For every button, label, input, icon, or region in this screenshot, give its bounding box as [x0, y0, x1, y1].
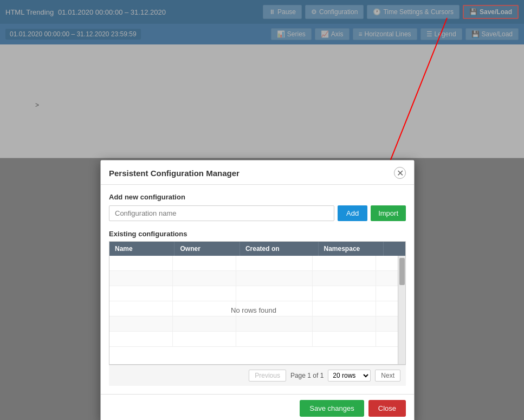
- table-main: No rows found: [109, 256, 398, 364]
- modal-close-button[interactable]: ✕: [394, 167, 406, 179]
- modal-title: Persistent Configuration Manager: [109, 169, 240, 178]
- table-cell: [109, 286, 173, 301]
- table-row: [109, 332, 398, 347]
- table-cell: [236, 271, 313, 286]
- table-cell: [173, 332, 236, 346]
- table-cell: [173, 256, 236, 270]
- existing-config-title: Existing configurations: [109, 230, 406, 238]
- table-wrapper: No rows found: [109, 256, 405, 364]
- table-cell: [376, 256, 398, 270]
- pagination-row: Previous Page 1 of 1 20 rows 50 rows 100…: [109, 365, 406, 386]
- config-table-body: No rows found: [109, 256, 398, 364]
- add-config-title: Add new configuration: [109, 193, 406, 201]
- table-cell: [109, 271, 173, 286]
- table-cell: [376, 271, 398, 286]
- table-cell: [376, 301, 398, 316]
- table-cell: [173, 286, 236, 301]
- table-cell: [313, 301, 376, 316]
- table-cell: [313, 256, 376, 270]
- save-changes-button[interactable]: Save changes: [300, 400, 364, 417]
- col-namespace-header: Namespace: [319, 242, 384, 256]
- table-cell: [376, 286, 398, 301]
- col-actions-header: [384, 242, 405, 256]
- config-name-input[interactable]: [109, 205, 334, 221]
- table-cell: [236, 332, 313, 346]
- close-button[interactable]: Close: [368, 400, 406, 417]
- previous-page-button[interactable]: Previous: [249, 370, 286, 382]
- table-cell: [236, 286, 313, 301]
- scrollbar-thumb[interactable]: [399, 258, 405, 285]
- table-cell: [313, 286, 376, 301]
- table-cell: [109, 256, 173, 270]
- table-cell: [313, 332, 376, 346]
- table-cell: [109, 301, 173, 316]
- col-name-header: Name: [109, 242, 174, 256]
- modal-header: Persistent Configuration Manager ✕: [101, 160, 414, 185]
- config-table-container: Name Owner Created on Namespace: [109, 241, 406, 365]
- table-cell: [173, 316, 236, 331]
- table-row: [109, 271, 398, 286]
- table-cell: [236, 316, 313, 331]
- import-config-button[interactable]: Import: [371, 205, 406, 221]
- col-created-header: Created on: [240, 242, 319, 256]
- table-cell: [236, 256, 313, 270]
- rows-per-page-select[interactable]: 20 rows 50 rows 100 rows: [328, 370, 371, 382]
- col-owner-header: Owner: [174, 242, 240, 256]
- scrollbar-track[interactable]: [398, 256, 405, 364]
- next-page-button[interactable]: Next: [375, 370, 400, 382]
- persistent-config-manager-dialog: Persistent Configuration Manager ✕ Add n…: [100, 160, 415, 420]
- table-header: Name Owner Created on Namespace: [109, 242, 405, 256]
- add-config-button[interactable]: Add: [338, 205, 367, 221]
- existing-configurations-section: Existing configurations Name Owner Creat…: [109, 230, 406, 386]
- page-info: Page 1 of 1: [290, 372, 324, 379]
- no-rows-message: No rows found: [231, 306, 276, 314]
- table-cell: [313, 271, 376, 286]
- modal-footer: Save changes Close: [101, 394, 414, 420]
- modal-body: Add new configuration Add Import Existin…: [101, 185, 414, 394]
- table-cell: [313, 316, 376, 331]
- table-cell: [376, 316, 398, 331]
- table-row: [109, 256, 398, 271]
- table-cell: [109, 332, 173, 346]
- table-row: [109, 316, 398, 332]
- table-cell: [109, 316, 173, 331]
- table-row: [109, 286, 398, 301]
- add-config-row: Add Import: [109, 205, 406, 221]
- table-cell: [376, 332, 398, 346]
- table-cell: [173, 271, 236, 286]
- table-cell: [173, 301, 236, 316]
